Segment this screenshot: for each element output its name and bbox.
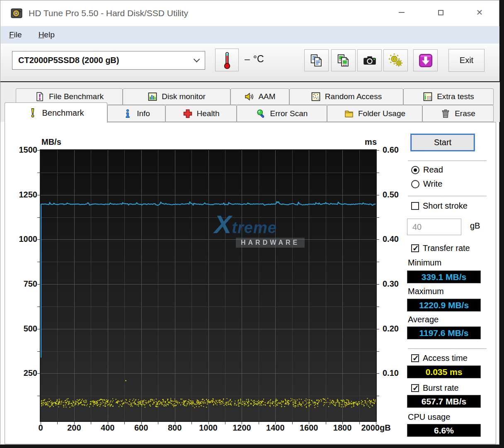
temperature-value: –: [245, 54, 250, 65]
read-radio[interactable]: [411, 166, 419, 174]
y-right-tick: [377, 217, 379, 218]
x-axis-tick: [342, 422, 343, 424]
close-button[interactable]: ✕: [460, 0, 499, 24]
short-stroke-checkbox[interactable]: [411, 202, 419, 210]
minimum-value: 339.1 MB/s: [407, 270, 481, 283]
benchmark-exclamation-icon: [28, 108, 38, 118]
temperature-button[interactable]: [215, 49, 239, 71]
y-left-axis-title: MB/s: [41, 137, 61, 147]
y-right-tick-label: 0.30: [383, 279, 409, 289]
options-button[interactable]: [383, 49, 408, 71]
minimize-icon: [399, 12, 405, 13]
maximize-button[interactable]: [421, 0, 460, 24]
burst-rate-value: 657.7 MB/s: [407, 395, 481, 408]
benchmark-page: MB/s ms Xtreme HARDWARE Start Read Write…: [5, 122, 496, 444]
tab-error-scan[interactable]: Error Scan: [237, 105, 327, 122]
capacity-spinner: [407, 219, 461, 235]
access-time-option[interactable]: Access time: [411, 353, 468, 363]
y-right-tick-label: 0.20: [383, 324, 409, 334]
transfer-rate-option[interactable]: Transfer rate: [411, 243, 470, 253]
x-axis-tick-label: 1200: [225, 423, 258, 433]
speaker-icon: [244, 92, 254, 102]
x-axis-tick: [326, 422, 326, 424]
menu-file[interactable]: File: [1, 26, 30, 44]
cpu-usage-label: CPU usage: [408, 412, 450, 422]
x-axis-tick: [309, 422, 309, 424]
y-left-tick-label: 1250: [8, 190, 37, 200]
tab-extra-tests[interactable]: Extra tests: [403, 88, 494, 105]
x-axis-tick-label: 1400: [259, 423, 292, 433]
x-axis-tick: [275, 422, 276, 424]
start-button[interactable]: Start: [410, 134, 475, 151]
read-option[interactable]: Read: [411, 165, 443, 175]
y-right-tick-label: 0.40: [383, 234, 409, 244]
y-right-tick-label: 0.50: [383, 190, 409, 200]
y-right-tick: [377, 351, 379, 352]
x-axis-tick-label: 0: [24, 423, 57, 433]
x-axis-tick: [259, 422, 259, 424]
thermometer-icon: [222, 51, 233, 69]
tab-health[interactable]: Health: [165, 105, 237, 122]
capacity-input[interactable]: [407, 219, 504, 235]
minimize-button[interactable]: [382, 0, 421, 24]
write-radio[interactable]: [411, 180, 419, 188]
x-axis-tick: [225, 422, 225, 424]
y-right-tick: [377, 262, 379, 262]
maximum-label: Maximum: [408, 287, 444, 296]
x-axis-tick-label: 1600: [292, 423, 325, 433]
y-right-axis-title: ms: [359, 137, 377, 147]
tab-benchmark[interactable]: Benchmark: [5, 102, 107, 123]
download-button[interactable]: [413, 49, 438, 71]
tab-folder-usage[interactable]: Folder Usage: [327, 105, 422, 122]
temperature-unit: °C: [253, 54, 264, 65]
tab-random-access[interactable]: Random Access: [289, 88, 403, 105]
health-cross-icon: [183, 109, 193, 119]
access-time-checkbox[interactable]: [411, 354, 419, 362]
y-left-tick-label: 1500: [8, 145, 37, 155]
x-axis-tick: [108, 422, 108, 424]
file-benchmark-icon: [35, 92, 45, 102]
benchmark-chart: [40, 149, 377, 422]
write-option[interactable]: Write: [411, 179, 442, 189]
y-left-tick-label: 500: [8, 324, 37, 334]
camera-icon: [362, 53, 377, 68]
maximum-value: 1220.9 MB/s: [407, 299, 481, 312]
transfer-rate-checkbox[interactable]: [411, 244, 419, 252]
y-left-tick-label: 250: [8, 368, 37, 378]
short-stroke-option[interactable]: Short stroke: [411, 201, 468, 211]
screenshot-button[interactable]: [357, 49, 382, 71]
drive-select[interactable]: CT2000P5SSD8 (2000 gB): [12, 51, 205, 70]
x-axis-tick-label: 1000: [192, 423, 225, 433]
x-axis-tick: [242, 422, 242, 424]
tab-erase[interactable]: Erase: [422, 105, 494, 122]
copy-text-button[interactable]: [304, 49, 329, 71]
capacity-unit-label: gB: [470, 221, 480, 231]
menubar: File Help: [1, 26, 499, 44]
x-axis-tick: [376, 422, 376, 424]
x-axis-tick-label: 400: [91, 423, 124, 433]
burst-rate-option[interactable]: Burst rate: [411, 383, 459, 393]
y-right-tick: [377, 173, 379, 173]
x-axis-tick-label: 200: [58, 423, 91, 433]
temperature-readout: – °C: [245, 54, 264, 65]
x-axis-tick-label: 2000gB: [359, 423, 393, 433]
copy-image-button[interactable]: [331, 49, 356, 71]
download-arrow-icon: [418, 53, 434, 68]
access-time-value: 0.035 ms: [407, 365, 481, 378]
trash-icon: [441, 109, 451, 119]
menu-help[interactable]: Help: [30, 26, 63, 44]
x-axis-tick: [158, 422, 158, 424]
tab-disk-monitor[interactable]: Disk monitor: [123, 88, 230, 105]
exit-button[interactable]: Exit: [448, 49, 485, 72]
window-title: HD Tune Pro 5.50 - Hard Disk/SSD Utility: [29, 0, 188, 26]
y-right-tick: [377, 150, 379, 151]
x-axis-tick: [175, 422, 175, 424]
y-left-tick-label: 1000: [8, 234, 37, 244]
tab-info[interactable]: Info: [107, 105, 165, 122]
tab-aam[interactable]: AAM: [230, 88, 289, 105]
y-left-tick-label: 750: [8, 279, 37, 289]
hard-disk-icon: [10, 7, 23, 19]
burst-rate-checkbox[interactable]: [411, 384, 419, 392]
panel-divider: [408, 161, 487, 161]
average-value: 1197.6 MB/s: [407, 326, 481, 339]
